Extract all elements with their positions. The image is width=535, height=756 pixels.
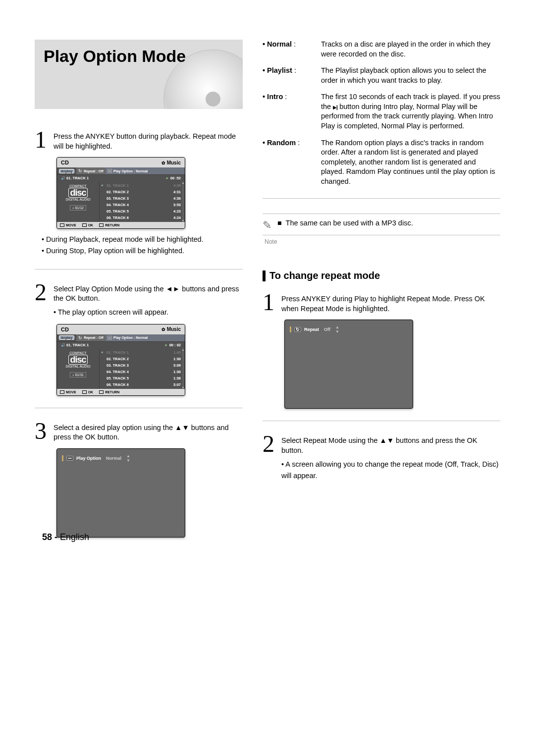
separator — [263, 198, 500, 199]
osd-panel-2: CD ✿ Music Anykey Repeat : Off •••Play O… — [56, 324, 185, 396]
repeat-popup: Repeat Off ▲▼ — [284, 320, 413, 409]
anykey-chip: Anykey — [59, 169, 74, 173]
speaker-icon — [61, 176, 65, 180]
left-arrow-icon — [166, 285, 173, 293]
r-step2-bullet: A screen allowing you to change the repe… — [281, 459, 500, 482]
step-text: Press the ANYKEY button during playback.… — [54, 129, 243, 151]
def-normal: Normal : Tracks on a disc are played in … — [263, 40, 500, 59]
return-icon — [99, 223, 104, 227]
updown-icon: ▲▼ — [335, 325, 339, 334]
foot-ok: OK — [88, 223, 94, 227]
track-row: 05. TRACK 54:23 — [100, 208, 185, 215]
track-row: ◂01. TRACK 11:45 — [100, 349, 185, 356]
play-option-popup: ••• Play Option Normal ▲▼ — [56, 448, 185, 538]
step1-bullet: During Playback, repeat mode will be hig… — [42, 234, 243, 245]
anykey-chip: Anykey — [59, 335, 74, 340]
step-1: 1 Press the ANYKEY button during playbac… — [35, 129, 243, 151]
step-number: 3 — [35, 420, 47, 441]
repeat-label: Repeat — [304, 327, 319, 332]
step2-bullet: The play option screen will appear. — [54, 307, 243, 318]
up-arrow-icon — [175, 424, 182, 432]
playopt-icon: ••• — [66, 456, 73, 461]
heading-bar-icon — [263, 270, 266, 281]
separator — [263, 421, 500, 421]
ok-icon — [82, 223, 87, 227]
now-time: 00 :52 — [170, 176, 181, 180]
track-row: ◂01. TRACK 14:39 — [100, 182, 185, 189]
now-track: 01. TRACK 1 — [66, 343, 89, 347]
osd1-title: CD — [61, 160, 69, 165]
title-box: Play Option Mode — [35, 40, 243, 109]
step-text: Press ANYKEY during Play to highlight Re… — [281, 291, 500, 314]
playopt-label: Play Option : Normal — [113, 169, 148, 173]
r-step-1: 1 Press ANYKEY during Play to highlight … — [263, 291, 500, 314]
separator — [35, 269, 243, 270]
repeat-icon — [78, 335, 82, 340]
step-text: Select Repeat Mode using the buttons and… — [281, 433, 500, 482]
step1-bullet: During Stop, Play option will be highlig… — [42, 245, 243, 257]
page-footer: 58 - English — [42, 532, 89, 542]
foot-ok: OK — [88, 390, 94, 394]
playpause-icon — [333, 103, 337, 110]
track-row: 06. TRACK 64:24 — [100, 215, 185, 221]
updown-icon: ▲▼ — [126, 454, 130, 463]
move-icon — [60, 223, 64, 227]
down-arrow-icon — [387, 436, 394, 444]
track-row: 03. TRACK 34:30 — [100, 195, 185, 202]
track-row: 03. TRACK 33:09 — [100, 362, 185, 369]
track-row: 04. TRACK 43:53 — [100, 202, 185, 208]
step-3: 3 Select a desired play option using the… — [35, 420, 243, 442]
speaker-icon — [61, 343, 65, 347]
step-number: 1 — [35, 129, 47, 150]
osd2-category: Music — [167, 326, 181, 332]
playopt-value: Normal — [106, 456, 121, 461]
up-arrow-icon — [379, 436, 386, 444]
repeat-icon — [78, 168, 82, 173]
repeat-value: Off — [324, 327, 330, 332]
repeat-label: Repeat : Off — [84, 169, 104, 173]
note-box: ✎ ■ The same can be used with a MP3 disc… — [263, 214, 500, 235]
step-text: Select a desired play option using the b… — [54, 420, 243, 442]
section-heading: To change repeat mode — [263, 270, 500, 281]
track-row: 04. TRACK 41:30 — [100, 369, 185, 375]
separator — [35, 408, 243, 408]
foot-move: MOVE — [66, 223, 76, 227]
note-text: The same can be used with a MP3 disc. — [286, 219, 413, 227]
scrollbar: ▴▾ — [182, 348, 184, 389]
scrollbar: ▴▾ — [182, 181, 184, 222]
track-row: 02. TRACK 21:30 — [100, 356, 185, 362]
page-title: Play Option Mode — [35, 40, 243, 73]
def-random: Random : The Random option plays a disc'… — [263, 138, 500, 187]
def-playlist: Playlist : The Playlist playback option … — [263, 66, 500, 85]
foot-move: MOVE — [66, 390, 76, 394]
playopt-icon: ••• — [107, 169, 112, 173]
foot-return: RETURN — [105, 390, 119, 394]
move-icon — [60, 390, 64, 394]
step-number: 2 — [263, 433, 274, 454]
playopt-label: Play Option — [76, 456, 101, 461]
playopt-icon: ••• — [107, 336, 112, 340]
cd-logo: COMPACT disc DIGITAL AUDIO — [65, 351, 90, 368]
cd-logo: COMPACT disc DIGITAL AUDIO — [65, 184, 90, 201]
playopt-label: Play Option : Normal — [113, 336, 148, 339]
osd-panel-1: CD ✿ Music Anykey Repeat : Off •••Play O… — [56, 157, 185, 229]
track-row: 06. TRACK 63:07 — [100, 381, 185, 388]
step-2: 2 Select Play Option Mode using the butt… — [35, 281, 243, 318]
return-icon — [99, 390, 104, 394]
down-arrow-icon — [182, 424, 189, 432]
right-arrow-icon — [173, 285, 180, 293]
step-text: Select Play Option Mode using the button… — [54, 281, 243, 318]
now-time: 00 : 02 — [169, 343, 181, 347]
step-number: 2 — [35, 281, 47, 303]
accent-bar — [62, 455, 63, 461]
accent-bar — [290, 326, 291, 332]
now-track: 01. TRACK 1 — [66, 176, 89, 180]
def-intro: Intro : The first 10 seconds of each tra… — [263, 92, 500, 131]
track-row: 05. TRACK 51:36 — [100, 375, 185, 381]
foot-return: RETURN — [105, 223, 119, 227]
osd1-category: Music — [167, 160, 181, 165]
r-step-2: 2 Select Repeat Mode using the buttons a… — [263, 433, 500, 482]
note-icon: ✎ — [263, 219, 271, 232]
repeat-icon — [294, 327, 301, 332]
ok-icon — [82, 390, 87, 394]
